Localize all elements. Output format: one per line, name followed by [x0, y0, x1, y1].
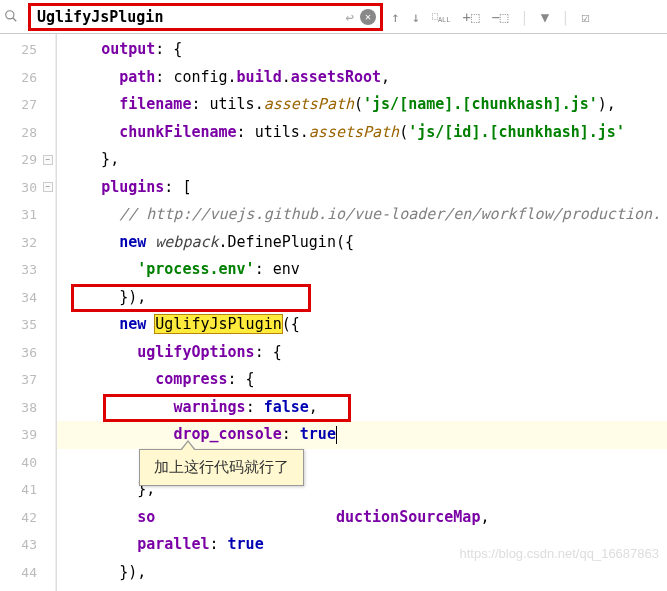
- line-number: 38: [0, 394, 55, 422]
- line-number: 25: [0, 36, 55, 64]
- line-number: 36: [0, 339, 55, 367]
- code-line: plugins: [: [57, 174, 667, 202]
- search-icon: [4, 9, 20, 25]
- code-line: uglifyOptions: {: [57, 339, 667, 367]
- remove-selection-icon[interactable]: −⬚: [491, 9, 508, 25]
- search-bar: ↩ ✕ ↑ ↓ ⬚ALL +⬚ −⬚ | ▼ | ☑: [0, 0, 667, 34]
- line-number: 30−: [0, 174, 55, 202]
- line-number: 42: [0, 504, 55, 532]
- code-line: },: [57, 146, 667, 174]
- code-editor: 25 26 27 28 29− 30− 31 32 33 34 35 36 37…: [0, 34, 667, 591]
- annotation-callout: 加上这行代码就行了: [139, 449, 304, 486]
- svg-point-0: [6, 10, 14, 18]
- select-all-icon[interactable]: ⬚ALL: [432, 10, 451, 24]
- clear-search-icon[interactable]: ✕: [360, 9, 376, 25]
- next-match-icon[interactable]: ↓: [411, 9, 419, 25]
- line-number: 39: [0, 421, 55, 449]
- search-toolbar: ↑ ↓ ⬚ALL +⬚ −⬚ | ▼ | ☑: [391, 9, 590, 25]
- enter-icon[interactable]: ↩: [346, 9, 354, 25]
- callout-text: 加上这行代码就行了: [154, 458, 289, 475]
- line-number: 31: [0, 201, 55, 229]
- svg-line-1: [13, 17, 17, 21]
- code-line: drop_console: true: [57, 421, 667, 449]
- line-gutter: 25 26 27 28 29− 30− 31 32 33 34 35 36 37…: [0, 34, 56, 591]
- code-line: chunkFilename: utils.assetsPath('js/[id]…: [57, 119, 667, 147]
- line-number: 28: [0, 119, 55, 147]
- line-number: 44: [0, 559, 55, 587]
- search-match: UglifyJsPlugin: [155, 315, 281, 333]
- filter-icon[interactable]: ▼: [541, 9, 549, 25]
- line-number: 32: [0, 229, 55, 257]
- line-number: 43: [0, 531, 55, 559]
- code-line: // http://vuejs.github.io/vue-loader/en/…: [57, 201, 667, 229]
- line-number: 26: [0, 64, 55, 92]
- code-line: new webpack.DefinePlugin({: [57, 229, 667, 257]
- line-number: 37: [0, 366, 55, 394]
- line-number: 40: [0, 449, 55, 477]
- line-number: 29−: [0, 146, 55, 174]
- text-cursor: [336, 426, 337, 444]
- line-number: 34: [0, 284, 55, 312]
- code-line: parallel: true: [57, 531, 667, 559]
- code-line: new UglifyJsPlugin({: [57, 311, 667, 339]
- line-number: 33: [0, 256, 55, 284]
- code-area[interactable]: output: { path: config.build.assetsRoot,…: [56, 34, 667, 591]
- code-line: filename: utils.assetsPath('js/[name].[c…: [57, 91, 667, 119]
- search-input[interactable]: [31, 6, 321, 28]
- code-line: compress: {: [57, 366, 667, 394]
- line-number: 41: [0, 476, 55, 504]
- fold-icon[interactable]: −: [43, 182, 53, 192]
- code-line: }),: [57, 559, 667, 587]
- code-line: so ductionSourceMap,: [57, 504, 667, 532]
- fold-icon[interactable]: −: [43, 155, 53, 165]
- code-line: path: config.build.assetsRoot,: [57, 64, 667, 92]
- code-line: output: {: [57, 36, 667, 64]
- divider: |: [520, 9, 528, 25]
- prev-match-icon[interactable]: ↑: [391, 9, 399, 25]
- add-selection-icon[interactable]: +⬚: [463, 9, 480, 25]
- line-number: 35: [0, 311, 55, 339]
- settings-check-icon[interactable]: ☑: [582, 9, 590, 25]
- line-number: 27: [0, 91, 55, 119]
- search-input-container: ↩ ✕: [28, 3, 383, 31]
- code-line: 'process.env': env: [57, 256, 667, 284]
- divider: |: [561, 9, 569, 25]
- code-line: }),: [57, 284, 667, 312]
- code-line: warnings: false,: [57, 394, 667, 422]
